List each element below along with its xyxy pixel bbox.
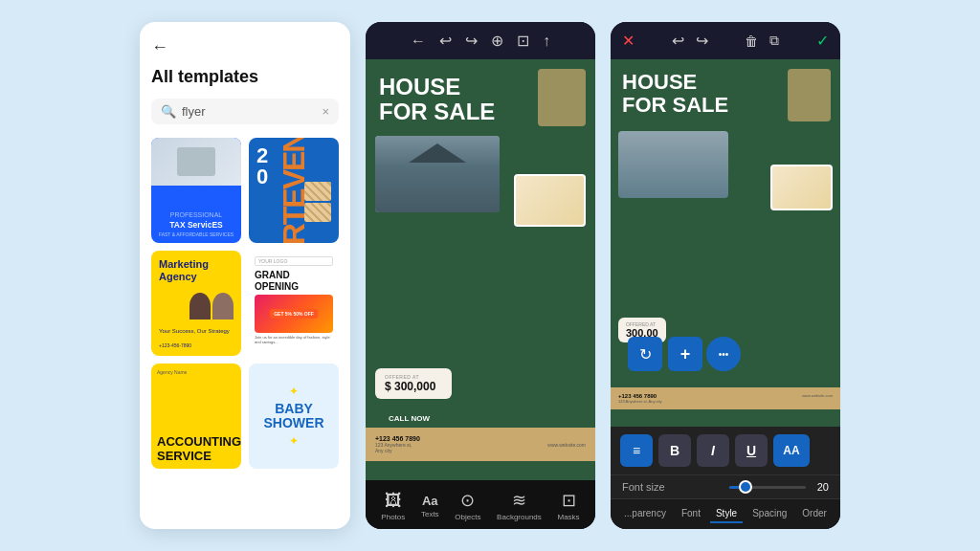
editor-save-icon[interactable]: ⊡	[517, 32, 529, 50]
search-bar[interactable]: 🔍 flyer ×	[151, 99, 339, 124]
price-amount: $ 300,000	[385, 380, 442, 393]
accounting-agency: Agency Name	[157, 369, 235, 375]
editor-redo-icon[interactable]: ↪	[465, 32, 478, 50]
toolbar-right: 🗑 ⧉	[745, 33, 779, 49]
grand-image: GET 5% 50% OFF	[255, 295, 333, 333]
italic-button[interactable]: I	[697, 434, 729, 467]
grand-logo: YOUR LOGO	[255, 256, 333, 266]
template-card-art[interactable]: 2 0 ARTEVENT	[249, 138, 339, 243]
flyer-title-right[interactable]: HOUSEFOR SALE	[622, 71, 728, 117]
template-card-grand[interactable]: YOUR LOGO GRAND OPENING GET 5% 50% OFF J…	[249, 251, 339, 356]
backgrounds-icon: ≋	[512, 490, 526, 511]
art-number-text: 2	[256, 145, 268, 166]
search-clear-icon[interactable]: ×	[322, 104, 329, 119]
aa-button[interactable]: AA	[773, 434, 810, 467]
house-roof	[409, 143, 466, 163]
tool-masks[interactable]: ⊡ Masks	[558, 490, 580, 521]
house-flyer-center: HOUSEFOR SALE OFFERED AT $ 300,000 CALL …	[366, 59, 595, 480]
marketing-person-2	[212, 293, 234, 320]
tool-photos[interactable]: 🖼 Photos	[381, 491, 405, 521]
tab-transparency[interactable]: ...parency	[618, 505, 672, 523]
house-photo-right	[618, 131, 728, 198]
tool-objects[interactable]: ⊙ Objects	[455, 490, 480, 521]
search-input[interactable]: flyer	[182, 104, 316, 119]
editor-layers-icon[interactable]: ⊕	[491, 32, 503, 50]
font-size-row: Font size 20	[611, 474, 840, 498]
photos-label: Photos	[381, 513, 405, 521]
more-options-icon[interactable]: •••	[706, 337, 741, 371]
editor-toolbar-center: ← ↩ ↪ ⊕ ⊡ ↑	[366, 22, 595, 59]
rotate-icon[interactable]: ↻	[628, 337, 662, 371]
price-box: OFFERED AT $ 300,000	[375, 368, 452, 399]
template-card-tax[interactable]: PROFESSIONAL TAX ServicES FAST & AFFORDA…	[151, 138, 241, 243]
art-number-zero: 0	[256, 166, 268, 187]
check-icon[interactable]: ✓	[816, 32, 829, 50]
undo-icon-right[interactable]: ↩	[672, 32, 684, 50]
baby-star-2: ✦	[289, 434, 299, 448]
flyer-footer: +123 456 7890 123 Anywhere st,Any city w…	[366, 428, 595, 461]
toolbar-left: ↩ ↪	[672, 32, 708, 50]
editor-panel-center: ← ↩ ↪ ⊕ ⊡ ↑ HOUSEFOR SALE OFFERED AT	[366, 22, 595, 529]
template-card-marketing[interactable]: Marketing Agency Your Success, Our Strat…	[151, 251, 241, 356]
font-size-value: 20	[817, 481, 829, 493]
close-icon[interactable]: ✕	[622, 32, 635, 50]
art-number: 2 0	[256, 145, 268, 187]
back-button[interactable]: ←	[151, 37, 168, 57]
copy-icon[interactable]: ⧉	[769, 33, 779, 49]
format-tabs: ...parency Font Style Spacing Order	[611, 498, 840, 529]
tab-order[interactable]: Order	[796, 505, 833, 523]
align-button[interactable]: ≡	[620, 434, 653, 467]
template-card-accounting[interactable]: Agency Name ACCOUNTING Service	[151, 364, 241, 469]
editor-canvas-center: HOUSEFOR SALE OFFERED AT $ 300,000 CALL …	[366, 59, 595, 480]
photos-icon: 🖼	[385, 491, 402, 511]
masks-label: Masks	[558, 513, 580, 521]
interior-photo-right	[770, 165, 833, 210]
redo-icon-right[interactable]: ↪	[696, 32, 708, 50]
editor-back-icon[interactable]: ←	[411, 33, 426, 50]
objects-icon: ⊙	[460, 490, 475, 511]
interior-photo	[514, 174, 586, 227]
accounting-title: ACCOUNTING Service	[157, 435, 235, 463]
marketing-person-1	[189, 293, 211, 320]
tax-subtitle: FAST & AFFORDABLE SERVICES	[159, 231, 234, 237]
tab-font[interactable]: Font	[676, 505, 706, 523]
footer-addr-right: 123 Anywhere st, Any city	[618, 399, 662, 404]
flyer-header: HOUSEFOR SALE	[366, 59, 595, 133]
tax-header-image	[151, 138, 241, 186]
flyer-title: HOUSEFOR SALE	[379, 75, 582, 125]
footer-address: 123 Anywhere st,Any city	[375, 442, 420, 453]
texts-icon: Aa	[422, 494, 438, 508]
objects-label: Objects	[455, 513, 480, 521]
cta-button[interactable]: CALL NOW	[375, 409, 443, 428]
tab-style[interactable]: Style	[710, 505, 743, 523]
footer-info-right: +123 456 7890 123 Anywhere st, Any city	[618, 393, 662, 404]
add-icon[interactable]: +	[668, 337, 702, 371]
editor-canvas-right[interactable]: HOUSEFOR SALE OFFERED AT 300,00 ↻ + •••	[611, 59, 840, 427]
slider-thumb[interactable]	[739, 480, 752, 494]
baby-star: ✦	[289, 385, 299, 398]
footer-website-right: www.website.com	[802, 393, 833, 404]
grand-badge: GET 5% 50% OFF	[270, 309, 318, 319]
tax-photo	[177, 147, 215, 176]
flyer-bg-right: HOUSEFOR SALE OFFERED AT 300,00 ↻ + •••	[611, 59, 840, 427]
footer-phone: +123 456 7890	[375, 435, 420, 442]
trash-icon[interactable]: 🗑	[745, 33, 758, 49]
art-cards	[304, 182, 331, 224]
font-size-label: Font size	[622, 481, 718, 493]
font-size-slider[interactable]	[729, 486, 806, 489]
footer-website: www.website.com	[547, 442, 586, 448]
editor-undo-icon[interactable]: ↩	[439, 32, 452, 50]
house-photo	[375, 136, 500, 212]
editor-panel-right: ✕ ↩ ↪ 🗑 ⧉ ✓ HOUSEFOR SALE	[611, 22, 840, 529]
search-icon: 🔍	[161, 104, 176, 119]
marketing-people	[159, 293, 234, 320]
editor-export-icon[interactable]: ↑	[543, 33, 550, 50]
tool-texts[interactable]: Aa Texts	[421, 494, 439, 518]
grand-text: Join us for an incredible day of fashion…	[255, 335, 333, 344]
bold-button[interactable]: B	[658, 434, 691, 467]
flyer-footer-right: +123 456 7890 123 Anywhere st, Any city …	[611, 387, 840, 409]
tab-spacing[interactable]: Spacing	[746, 505, 792, 523]
underline-button[interactable]: U	[735, 434, 768, 467]
template-card-baby[interactable]: ✦ BABY SHOWER ✦	[249, 364, 339, 469]
tool-backgrounds[interactable]: ≋ Backgrounds	[497, 490, 542, 521]
